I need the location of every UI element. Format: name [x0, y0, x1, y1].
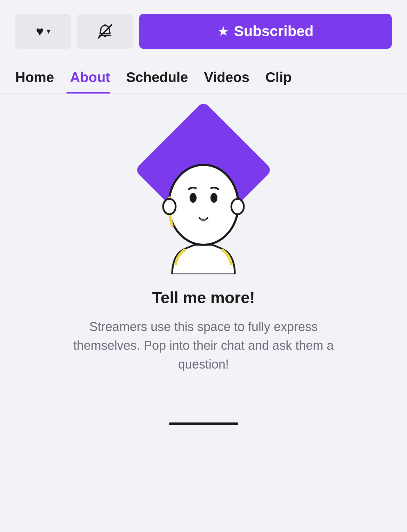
heart-icon: ♥: [36, 24, 44, 39]
tab-schedule[interactable]: Schedule: [123, 63, 201, 93]
description-text: Streamers use this space to fully expres…: [61, 317, 346, 374]
star-icon: ★: [217, 24, 229, 39]
bottom-indicator: [169, 422, 238, 425]
navigation-tabs: Home About Schedule Videos Clip: [0, 56, 407, 94]
bottom-bar: [0, 402, 407, 439]
toolbar: ♥ ▾ ★ Subscribed: [0, 0, 407, 56]
svg-point-6: [190, 193, 197, 203]
notifications-button[interactable]: [77, 14, 133, 49]
follow-button[interactable]: ♥ ▾: [15, 14, 71, 49]
tab-videos[interactable]: Videos: [201, 63, 262, 93]
tab-home[interactable]: Home: [15, 63, 66, 93]
tell-me-more-heading: Tell me more!: [152, 288, 255, 307]
bell-slash-icon: [96, 22, 114, 40]
svg-point-4: [163, 199, 176, 214]
tab-about[interactable]: About: [66, 63, 123, 93]
tab-clips[interactable]: Clip: [262, 63, 292, 93]
subscribed-button[interactable]: ★ Subscribed: [139, 14, 392, 49]
subscribed-label: Subscribed: [234, 23, 314, 40]
chevron-down-icon: ▾: [47, 27, 50, 36]
svg-point-3: [169, 165, 238, 245]
avatar-container: [130, 114, 277, 274]
svg-point-8: [200, 218, 207, 222]
svg-point-7: [210, 193, 217, 203]
svg-point-5: [231, 199, 244, 214]
content-area: Tell me more! Streamers use this space t…: [0, 94, 407, 402]
character-illustration: [144, 128, 263, 274]
